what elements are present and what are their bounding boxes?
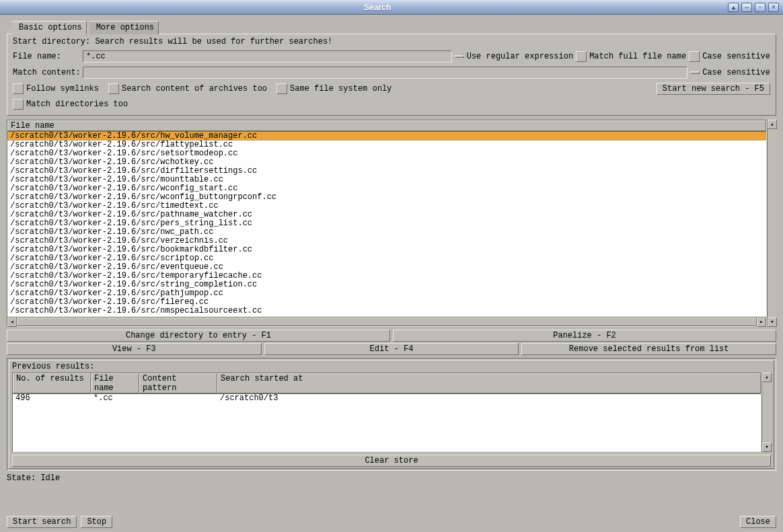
stop-button[interactable]: Stop [81, 516, 112, 528]
scroll-down-icon[interactable]: ▾ [762, 443, 772, 452]
search-archives-checkbox[interactable] [108, 83, 119, 94]
prev-header-content[interactable]: Content pattern [139, 373, 217, 393]
start-search-button[interactable]: Start search [7, 516, 77, 528]
start-new-search-button[interactable]: Start new search - F5 [657, 83, 770, 95]
result-row[interactable]: /scratch0/t3/worker-2.19.6/src/nmspecial… [7, 307, 766, 315]
view-button[interactable]: View - F3 [7, 343, 262, 355]
same-fs-label: Same file system only [290, 84, 392, 93]
match-content-dropdown-button[interactable] [690, 71, 700, 74]
prev-header-started[interactable]: Search started at [217, 373, 761, 393]
titlebar: Search ▴ – ▫ × [0, 0, 783, 15]
tab-basic-options[interactable]: Basic options [12, 21, 87, 34]
scroll-right-icon[interactable]: ▸ [757, 317, 766, 327]
results-vertical-scrollbar[interactable]: ▴ ▾ [767, 120, 776, 327]
match-full-checkbox[interactable] [689, 51, 700, 62]
match-directories-checkbox[interactable] [13, 99, 24, 110]
case-sensitive-content-label: Case sensitive [702, 68, 770, 77]
scroll-up-icon[interactable]: ▴ [762, 373, 772, 382]
match-content-input[interactable] [83, 67, 687, 79]
results-header-filename[interactable]: File name [7, 120, 766, 131]
prev-header-file[interactable]: File name [91, 373, 139, 393]
clear-store-button[interactable]: Clear store [12, 455, 771, 467]
scroll-left-icon[interactable]: ◂ [7, 317, 17, 327]
panelize-button[interactable]: Panelize - F2 [393, 330, 776, 342]
follow-symlinks-checkbox[interactable] [13, 83, 24, 94]
remove-selected-button[interactable]: Remove selected results from list [521, 343, 776, 355]
close-button[interactable]: Close [740, 516, 776, 528]
scroll-up-icon[interactable]: ▴ [768, 120, 777, 129]
window-title: Search [27, 3, 728, 12]
match-content-label: Match content: [13, 68, 80, 77]
scroll-down-icon[interactable]: ▾ [768, 317, 777, 327]
follow-symlinks-label: Follow symlinks [26, 84, 99, 93]
case-sensitive-name-label: Case sensitive [702, 52, 770, 61]
prev-row-file: *.cc [91, 394, 139, 403]
use-regex-checkbox[interactable] [576, 51, 587, 62]
edit-button[interactable]: Edit - F4 [264, 343, 519, 355]
file-name-input[interactable] [83, 50, 452, 63]
previous-results-title: Previous results: [12, 362, 771, 371]
prev-row-count: 496 [13, 394, 91, 403]
maximize-icon[interactable]: ▫ [755, 3, 766, 12]
state-label: State: Idle [7, 473, 776, 483]
previous-vertical-scrollbar[interactable]: ▴ ▾ [761, 373, 771, 452]
file-name-dropdown-button[interactable] [455, 55, 464, 58]
change-directory-button[interactable]: Change directory to entry - F1 [7, 330, 390, 342]
shade-icon[interactable]: ▴ [728, 3, 739, 12]
start-directory-label: Start directory: Search results will be … [13, 37, 770, 46]
scroll-thumb[interactable] [17, 317, 757, 326]
prev-row-started: /scratch0/t3 [217, 394, 761, 403]
same-fs-checkbox[interactable] [276, 83, 287, 94]
results-horizontal-scrollbar[interactable]: ◂ ▸ [7, 317, 766, 326]
minimize-icon[interactable]: – [741, 3, 752, 12]
match-directories-label: Match directories too [26, 100, 128, 109]
file-name-label: File name: [13, 52, 80, 61]
search-archives-label: Search content of archives too [122, 84, 267, 93]
tab-more-options[interactable]: More options [89, 21, 159, 34]
previous-results-list[interactable]: 496 *.cc /scratch0/t3 [13, 394, 761, 451]
prev-header-count[interactable]: No. of results [13, 373, 91, 393]
previous-result-row[interactable]: 496 *.cc /scratch0/t3 [13, 394, 761, 403]
close-window-icon[interactable]: × [768, 3, 779, 12]
match-full-label: Match full file name [589, 52, 686, 61]
results-list[interactable]: /scratch0/t3/worker-2.19.6/src/hw_volume… [7, 132, 766, 317]
use-regex-label: Use regular expression [467, 52, 573, 61]
